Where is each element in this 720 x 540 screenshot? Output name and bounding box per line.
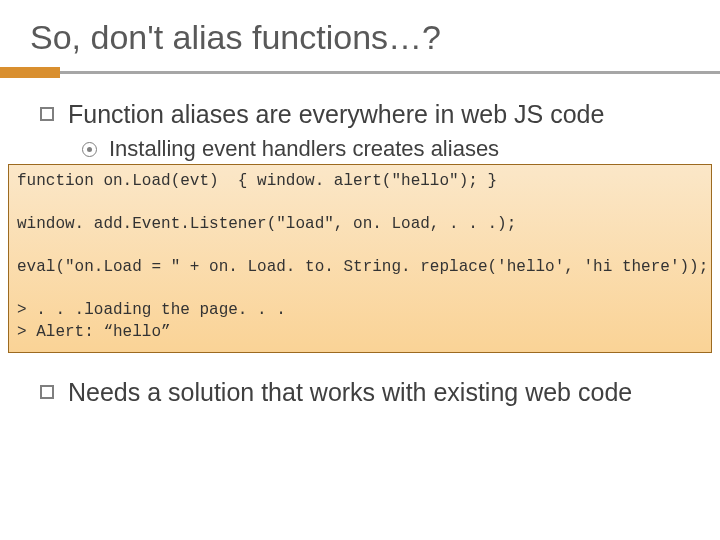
square-bullet-icon — [40, 385, 54, 399]
code-line: eval("on.Load = " + on. Load. to. String… — [17, 258, 708, 276]
code-line: function on.Load(evt) { window. alert("h… — [17, 172, 497, 190]
bullet-level1-1: Function aliases are everywhere in web J… — [40, 99, 690, 130]
target-bullet-icon — [82, 142, 97, 157]
rule-gray — [0, 71, 720, 74]
slide-title: So, don't alias functions…? — [30, 18, 690, 57]
bullet-level1-2: Needs a solution that works with existin… — [40, 377, 690, 408]
bullet-text: Needs a solution that works with existin… — [68, 377, 632, 408]
slide: So, don't alias functions…? Function ali… — [0, 0, 720, 423]
code-line: window. add.Event.Listener("load", on. L… — [17, 215, 516, 233]
square-bullet-icon — [40, 107, 54, 121]
code-example-box: function on.Load(evt) { window. alert("h… — [8, 164, 712, 353]
rule-orange-accent — [0, 67, 60, 78]
bullet-text: Function aliases are everywhere in web J… — [68, 99, 604, 130]
title-rule — [30, 67, 690, 75]
code-line: > . . .loading the page. . . — [17, 301, 286, 319]
code-line: > Alert: “hello” — [17, 323, 171, 341]
bullet-text: Installing event handlers creates aliase… — [109, 136, 499, 162]
bullet-level2-1: Installing event handlers creates aliase… — [82, 136, 690, 162]
